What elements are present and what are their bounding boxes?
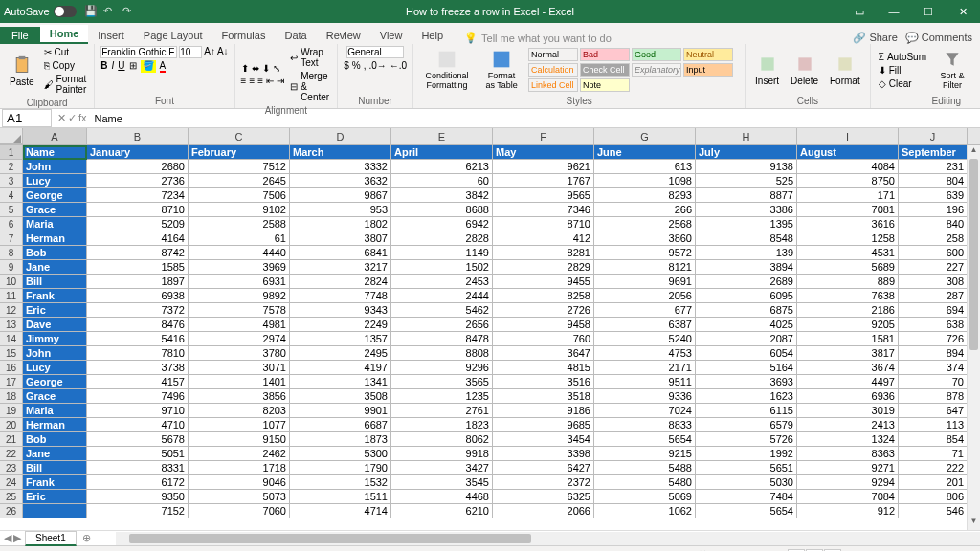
border-button[interactable]: ⊞ (129, 60, 137, 73)
font-name-select[interactable] (100, 46, 177, 58)
data-cell[interactable]: 7081 (797, 203, 899, 217)
data-cell[interactable]: 201 (899, 475, 968, 490)
data-cell[interactable]: 9572 (594, 246, 696, 260)
column-header-E[interactable]: E (391, 128, 493, 144)
row-header[interactable]: 12 (0, 303, 23, 318)
data-cell[interactable]: 4468 (391, 490, 493, 504)
row-header[interactable]: 13 (0, 318, 23, 332)
data-cell[interactable]: 5240 (594, 332, 696, 346)
fill-button[interactable]: ⬇Fill (877, 64, 928, 77)
name-cell[interactable]: Eric (23, 490, 87, 504)
data-cell[interactable]: 1873 (290, 432, 391, 447)
data-cell[interactable]: 3398 (493, 447, 594, 461)
data-cell[interactable]: 9205 (797, 318, 899, 332)
data-cell[interactable]: 7496 (87, 389, 189, 404)
data-cell[interactable]: 8281 (493, 246, 594, 260)
data-cell[interactable]: 3647 (493, 346, 594, 361)
data-cell[interactable]: 4714 (290, 504, 391, 518)
data-cell[interactable]: 2824 (290, 275, 391, 289)
row-header[interactable]: 2 (0, 160, 23, 174)
vertical-scroll-thumb[interactable] (969, 159, 978, 350)
scroll-up-icon[interactable]: ▲ (968, 145, 980, 159)
data-cell[interactable]: 9296 (391, 361, 493, 375)
style-calculation[interactable]: Calculation (528, 63, 578, 77)
currency-icon[interactable]: $ (344, 60, 349, 71)
data-cell[interactable]: 854 (899, 432, 968, 447)
increase-decimal-icon[interactable]: .0→ (368, 60, 386, 71)
name-cell[interactable]: Maria (23, 404, 87, 418)
data-cell[interactable]: 3427 (391, 461, 493, 475)
data-cell[interactable]: 2453 (391, 275, 493, 289)
data-cell[interactable]: 2171 (594, 361, 696, 375)
style-normal[interactable]: Normal (528, 48, 578, 61)
tab-review[interactable]: Review (317, 27, 370, 44)
italic-button[interactable]: I (112, 60, 115, 73)
merge-center-button[interactable]: ⊟Merge & Center (288, 70, 331, 103)
name-cell[interactable]: Lucy (23, 174, 87, 188)
data-cell[interactable]: 2568 (594, 217, 696, 231)
data-cell[interactable]: 5300 (290, 447, 391, 461)
header-cell[interactable]: June (594, 145, 696, 160)
data-cell[interactable]: 1511 (290, 490, 391, 504)
header-cell[interactable]: May (493, 145, 594, 160)
data-cell[interactable]: 6841 (290, 246, 391, 260)
increase-font-icon[interactable]: A↑ (204, 46, 215, 58)
font-size-select[interactable] (179, 46, 202, 58)
data-cell[interactable]: 3807 (290, 231, 391, 246)
align-right-icon[interactable]: ≡ (257, 76, 263, 86)
data-cell[interactable]: 61 (189, 231, 290, 246)
data-cell[interactable]: 4197 (290, 361, 391, 375)
format-cells-button[interactable]: Format (826, 53, 864, 88)
data-cell[interactable]: 694 (899, 303, 968, 318)
data-cell[interactable]: 9150 (189, 432, 290, 447)
comma-icon[interactable]: , (364, 60, 367, 71)
find-select-button[interactable]: Find & Select (976, 48, 980, 92)
name-cell[interactable]: Eric (23, 303, 87, 318)
header-cell[interactable]: February (189, 145, 290, 160)
tell-me-search[interactable]: 💡 Tell me what you want to do (464, 32, 612, 44)
paste-button[interactable]: Paste (6, 54, 38, 89)
header-cell[interactable]: April (391, 145, 493, 160)
data-cell[interactable]: 7084 (797, 490, 899, 504)
data-cell[interactable]: 6942 (391, 217, 493, 231)
data-cell[interactable]: 525 (696, 174, 797, 188)
data-cell[interactable]: 2413 (797, 418, 899, 432)
data-cell[interactable]: 6115 (696, 404, 797, 418)
data-cell[interactable]: 1802 (290, 217, 391, 231)
delete-cells-button[interactable]: Delete (787, 53, 822, 88)
data-cell[interactable]: 6210 (391, 504, 493, 518)
data-cell[interactable]: 8363 (797, 447, 899, 461)
data-cell[interactable]: 2372 (493, 475, 594, 490)
sheet-nav-prev-icon[interactable]: ◀ (4, 532, 11, 544)
data-cell[interactable]: 231 (899, 160, 968, 174)
data-cell[interactable]: 4981 (189, 318, 290, 332)
formula-input[interactable]: Name (91, 112, 980, 125)
data-cell[interactable]: 6172 (87, 475, 189, 490)
name-cell[interactable]: Jane (23, 447, 87, 461)
data-cell[interactable]: 8877 (696, 188, 797, 203)
data-cell[interactable]: 1767 (493, 174, 594, 188)
name-cell[interactable]: Herman (23, 231, 87, 246)
data-cell[interactable]: 6387 (594, 318, 696, 332)
data-cell[interactable]: 7810 (87, 346, 189, 361)
data-cell[interactable]: 2645 (189, 174, 290, 188)
row-header[interactable]: 4 (0, 188, 23, 203)
scroll-down-icon[interactable]: ▼ (968, 517, 980, 530)
data-cell[interactable]: 9867 (290, 188, 391, 203)
data-cell[interactable]: 4815 (493, 361, 594, 375)
save-icon[interactable]: 💾 (84, 5, 98, 18)
name-box[interactable] (2, 109, 52, 127)
fx-icon[interactable]: fx (78, 112, 87, 124)
decrease-decimal-icon[interactable]: ←.0 (390, 60, 407, 71)
row-header[interactable]: 5 (0, 203, 23, 217)
data-cell[interactable]: 1502 (391, 260, 493, 275)
tab-home[interactable]: Home (40, 25, 89, 44)
data-cell[interactable]: 9343 (290, 303, 391, 318)
data-cell[interactable]: 9336 (594, 389, 696, 404)
data-cell[interactable]: 3738 (87, 361, 189, 375)
data-cell[interactable]: 2974 (189, 332, 290, 346)
data-cell[interactable]: 5051 (87, 447, 189, 461)
data-cell[interactable]: 3454 (493, 432, 594, 447)
row-header[interactable]: 21 (0, 432, 23, 447)
insert-cells-button[interactable]: Insert (751, 53, 783, 88)
